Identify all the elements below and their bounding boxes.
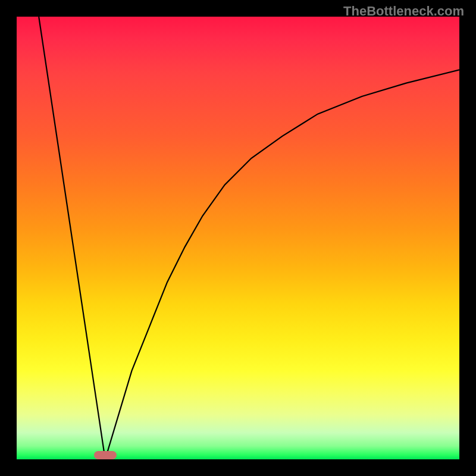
- bottleneck-marker: [94, 451, 117, 459]
- watermark-text: TheBottleneck.com: [343, 4, 464, 19]
- right-branch-curve: [105, 70, 459, 459]
- left-branch-line: [39, 17, 105, 459]
- curve-svg: [17, 17, 459, 459]
- chart-plot-area: [17, 17, 459, 459]
